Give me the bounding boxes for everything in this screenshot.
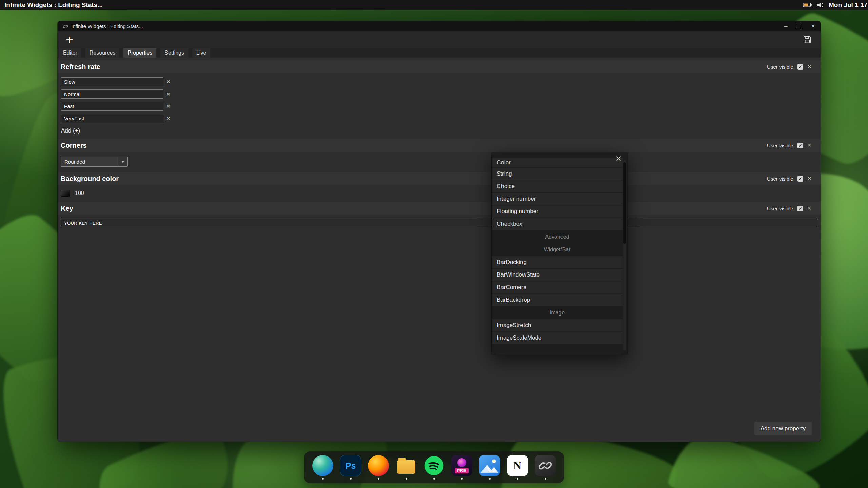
property-type-checkbox[interactable]: Checkbox	[492, 218, 623, 230]
check-icon: ✓	[798, 206, 802, 211]
close-button[interactable]: ✕	[811, 23, 815, 29]
user-visible-checkbox[interactable]: ✓	[797, 143, 803, 148]
save-button[interactable]	[802, 34, 813, 45]
premiere-logo-blob	[457, 458, 466, 467]
option-row: ✕	[61, 89, 821, 99]
section-title: Background color	[61, 175, 119, 183]
modal-scrollbar[interactable]	[623, 160, 626, 350]
user-visible-label: User visible	[767, 143, 793, 148]
remove-option-icon[interactable]: ✕	[166, 92, 171, 97]
remove-option-icon[interactable]: ✕	[166, 116, 171, 121]
property-section-refresh-rate: Refresh rate User visible ✓ ✕ ✕	[58, 60, 821, 139]
modal-close-icon[interactable]: ✕	[615, 155, 622, 163]
add-new-property-button[interactable]: Add new property	[754, 422, 812, 435]
tab-live[interactable]: Live	[192, 48, 210, 58]
premiere-icon: PRE	[451, 455, 472, 476]
running-indicator	[461, 478, 463, 480]
option-row: ✕	[61, 77, 821, 86]
option-row: ✕	[61, 114, 821, 123]
running-indicator	[433, 478, 435, 480]
notion-icon: N	[507, 455, 528, 476]
property-type-barbackdrop[interactable]: BarBackdrop	[492, 294, 623, 306]
running-indicator	[350, 478, 352, 480]
remove-property-icon[interactable]: ✕	[807, 176, 812, 181]
category-advanced: Advanced	[492, 230, 623, 243]
property-type-integer-number[interactable]: Integer number	[492, 193, 623, 205]
running-indicator	[517, 478, 518, 480]
clock[interactable]: Mon Jul 1 17:1	[829, 1, 868, 9]
color-swatch[interactable]	[61, 190, 70, 197]
running-indicator	[489, 478, 491, 480]
section-header: Refresh rate User visible ✓ ✕	[58, 60, 821, 73]
corners-dropdown[interactable]: Rounded ▾	[61, 157, 128, 167]
add-widget-button[interactable]: +	[62, 32, 77, 47]
property-type-barwindowstate[interactable]: BarWindowState	[492, 269, 623, 281]
property-type-list: Color String Choice Integer number Float…	[492, 158, 623, 353]
photoshop-icon: Ps	[340, 455, 361, 476]
remove-option-icon[interactable]: ✕	[166, 104, 171, 109]
chevron-down-icon: ▾	[118, 157, 127, 166]
section-header: Key User visible ✓ ✕	[58, 202, 821, 215]
dock: Ps	[304, 451, 564, 483]
user-visible-checkbox[interactable]: ✓	[797, 206, 803, 211]
edge-icon	[312, 455, 333, 476]
check-icon: ✓	[798, 65, 802, 69]
desktop: Infinite Widgets : Editing Stats... Mon …	[0, 0, 868, 488]
infinite-widgets-chain-icon	[535, 455, 556, 476]
option-input-slow[interactable]	[61, 77, 163, 86]
spotify-icon	[423, 455, 445, 476]
tab-settings[interactable]: Settings	[160, 48, 188, 58]
dock-app-infinite-widgets[interactable]	[535, 455, 556, 480]
key-input[interactable]	[61, 219, 817, 227]
remove-option-icon[interactable]: ✕	[166, 79, 171, 85]
tab-resources[interactable]: Resources	[85, 48, 119, 58]
property-type-choice[interactable]: Choice	[492, 180, 623, 193]
modal-scrollbar-thumb[interactable]	[623, 162, 626, 244]
option-row: ✕	[61, 102, 821, 111]
dock-app-notion[interactable]: N	[507, 455, 528, 480]
dropdown-value: Rounded	[61, 159, 85, 165]
dock-app-photos[interactable]	[479, 455, 500, 480]
dock-app-files[interactable]	[396, 455, 417, 480]
tab-properties[interactable]: Properties	[123, 48, 156, 58]
minimize-button[interactable]: –	[784, 23, 787, 29]
tab-bar: Editor Resources Properties Settings Liv…	[58, 48, 821, 58]
running-indicator	[406, 478, 407, 480]
save-icon	[802, 35, 812, 45]
remove-property-icon[interactable]: ✕	[807, 143, 812, 148]
user-visible-checkbox[interactable]: ✓	[797, 176, 803, 182]
property-type-barcorners[interactable]: BarCorners	[492, 281, 623, 294]
remove-property-icon[interactable]: ✕	[807, 64, 812, 69]
photos-icon	[479, 455, 500, 476]
option-input-veryfast[interactable]	[61, 114, 163, 123]
app-icon	[63, 24, 68, 29]
property-type-string[interactable]: String	[492, 168, 623, 180]
property-type-imagescalemode[interactable]: ImageScaleMode	[492, 332, 623, 344]
property-type-modal: ✕ Color String Choice Integer number Flo…	[492, 152, 627, 355]
window-titlebar[interactable]: Infinite Widgets : Editing Stats... – ✕	[58, 21, 821, 31]
window-toolbar: +	[58, 31, 821, 48]
section-title: Corners	[61, 142, 87, 149]
property-type-imagestretch[interactable]: ImageStretch	[492, 319, 623, 332]
system-topbar: Infinite Widgets : Editing Stats... Mon …	[0, 0, 868, 10]
property-type-floating-number[interactable]: Floating number	[492, 205, 623, 218]
property-type-bardocking[interactable]: BarDocking	[492, 256, 623, 269]
option-input-fast[interactable]	[61, 102, 163, 111]
dock-app-photoshop[interactable]: Ps	[340, 455, 361, 480]
volume-icon	[817, 2, 824, 8]
remove-property-icon[interactable]: ✕	[807, 206, 812, 211]
property-type-color[interactable]: Color	[492, 158, 623, 168]
dock-app-premiere[interactable]: PRE	[451, 455, 472, 480]
dock-app-firefox[interactable]	[368, 455, 389, 480]
add-option-button[interactable]: Add (+)	[61, 126, 91, 138]
section-title: Key	[61, 205, 73, 212]
running-indicator	[545, 478, 546, 480]
dock-app-edge[interactable]	[312, 455, 333, 480]
dock-app-spotify[interactable]	[423, 455, 445, 480]
option-input-normal[interactable]	[61, 89, 163, 99]
user-visible-checkbox[interactable]: ✓	[797, 64, 803, 70]
maximize-button[interactable]	[797, 24, 801, 28]
section-header: Corners User visible ✓ ✕	[58, 139, 821, 152]
category-widget-bar: Widget/Bar	[492, 243, 623, 256]
tab-editor[interactable]: Editor	[59, 48, 81, 58]
